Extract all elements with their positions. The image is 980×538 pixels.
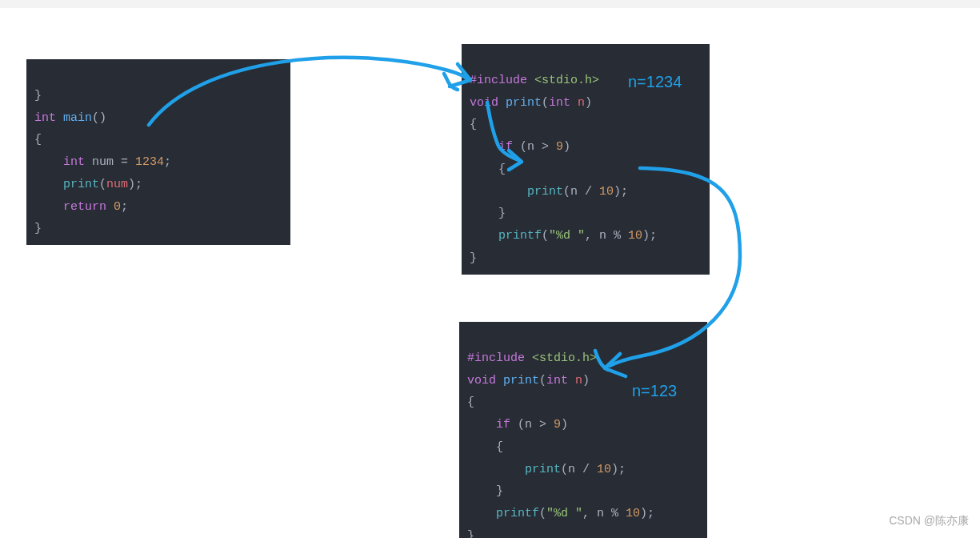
watermark: CSDN @陈亦康 [889,511,969,532]
code-block-main: } int main() { int num = 1234; print(num… [26,59,290,245]
top-strip [0,0,980,8]
code: #include <stdio.h> void print(int n) { i… [467,351,654,538]
annotation-n1234: n=1234 [628,67,682,97]
code: } int main() { int num = 1234; print(num… [34,89,171,236]
code: #include <stdio.h> void print(int n) { i… [470,74,657,265]
annotation-n123: n=123 [632,376,677,406]
code-block-print-2: #include <stdio.h> void print(int n) { i… [459,322,707,538]
